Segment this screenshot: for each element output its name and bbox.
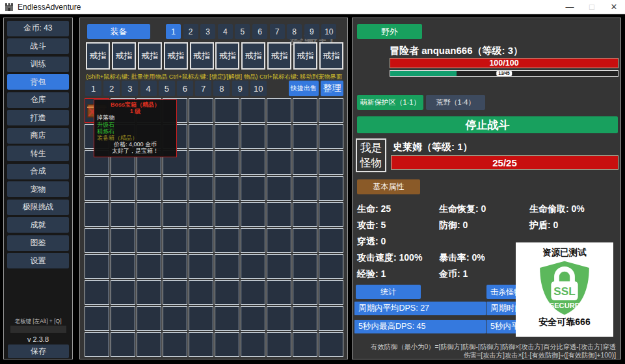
- equipment-tab[interactable]: 1: [166, 24, 181, 39]
- inventory-cell[interactable]: [163, 280, 187, 305]
- equipment-tab[interactable]: 8: [287, 24, 302, 39]
- inventory-cell[interactable]: [293, 228, 317, 253]
- inventory-cell[interactable]: [85, 254, 109, 279]
- inventory-cell[interactable]: [111, 306, 135, 331]
- bag-tab[interactable]: 3: [122, 81, 138, 96]
- inventory-cell[interactable]: [85, 202, 109, 227]
- inventory-cell[interactable]: [215, 124, 239, 149]
- inventory-cell[interactable]: [241, 306, 265, 331]
- inventory-cell[interactable]: [293, 254, 317, 279]
- area-button-safe[interactable]: 萌新保护区（1-1）: [357, 95, 423, 110]
- inventory-cell[interactable]: [85, 306, 109, 331]
- sidebar-item[interactable]: 战斗: [7, 38, 69, 54]
- inventory-cell[interactable]: [189, 254, 213, 279]
- inventory-cell[interactable]: [137, 254, 161, 279]
- inventory-cell[interactable]: [189, 306, 213, 331]
- inventory-cell[interactable]: [293, 176, 317, 201]
- inventory-cell[interactable]: [319, 228, 343, 253]
- inventory-cell[interactable]: [215, 280, 239, 305]
- inventory-cell[interactable]: [189, 98, 213, 123]
- inventory-cell[interactable]: [319, 176, 343, 201]
- ring-slot[interactable]: 戒指: [138, 42, 162, 70]
- inventory-cell[interactable]: [189, 202, 213, 227]
- inventory-cell[interactable]: [163, 176, 187, 201]
- area-button-wild[interactable]: 荒野（1-4）: [426, 95, 485, 110]
- ring-slot[interactable]: 戒指: [293, 42, 317, 70]
- inventory-cell[interactable]: [189, 228, 213, 253]
- inventory-cell[interactable]: [293, 280, 317, 305]
- sidebar-item[interactable]: 极限挑战: [7, 200, 69, 215]
- inventory-cell[interactable]: [319, 202, 343, 227]
- inventory-cell[interactable]: [293, 306, 317, 331]
- inventory-cell[interactable]: [85, 280, 109, 305]
- bag-tab[interactable]: 9: [232, 81, 248, 96]
- sidebar-item[interactable]: 转生: [7, 146, 69, 161]
- inventory-cell[interactable]: [111, 332, 135, 357]
- bag-tab[interactable]: 7: [195, 81, 211, 96]
- sidebar-item[interactable]: 打造: [7, 110, 69, 125]
- bag-tab[interactable]: 2: [103, 81, 120, 96]
- ring-slot[interactable]: 戒指: [241, 42, 265, 70]
- quick-sell-button[interactable]: 快捷出售: [289, 81, 319, 96]
- inventory-cell[interactable]: [215, 176, 239, 201]
- inventory-cell[interactable]: [267, 254, 291, 279]
- inventory-cell[interactable]: [111, 202, 135, 227]
- inventory-cell[interactable]: [241, 254, 265, 279]
- ring-slot[interactable]: 戒指: [164, 42, 188, 70]
- inventory-cell[interactable]: [267, 150, 291, 175]
- inventory-cell[interactable]: [215, 202, 239, 227]
- ring-slot[interactable]: 戒指: [190, 42, 214, 70]
- stop-battle-button[interactable]: 停止战斗: [357, 116, 618, 133]
- inventory-cell[interactable]: [267, 228, 291, 253]
- close-icon[interactable]: ✕: [603, 0, 625, 14]
- inventory-cell[interactable]: [163, 332, 187, 357]
- equipment-tab[interactable]: 7: [270, 24, 285, 39]
- inventory-cell[interactable]: [163, 202, 187, 227]
- inventory-cell[interactable]: [319, 98, 343, 123]
- inventory-cell[interactable]: [163, 306, 187, 331]
- inventory-cell[interactable]: [241, 280, 265, 305]
- inventory-cell[interactable]: [293, 98, 317, 123]
- inventory-cell[interactable]: [267, 280, 291, 305]
- ring-slot[interactable]: 戒指: [215, 42, 239, 70]
- zone-button[interactable]: 野外: [357, 24, 422, 39]
- inventory-cell[interactable]: [163, 228, 187, 253]
- ring-slot[interactable]: 戒指: [86, 42, 110, 70]
- equipment-tab[interactable]: 4: [218, 24, 233, 39]
- inventory-cell[interactable]: [267, 98, 291, 123]
- equipment-tab[interactable]: 9: [304, 24, 319, 39]
- inventory-cell[interactable]: [137, 176, 161, 201]
- inventory-cell[interactable]: [215, 306, 239, 331]
- inventory-cell[interactable]: [137, 202, 161, 227]
- inventory-cell[interactable]: [85, 332, 109, 357]
- inventory-cell[interactable]: [241, 332, 265, 357]
- inventory-cell[interactable]: [293, 124, 317, 149]
- inventory-cell[interactable]: [241, 98, 265, 123]
- equipment-tab[interactable]: 6: [252, 24, 267, 39]
- save-button[interactable]: 保存: [8, 344, 69, 358]
- statistics-button[interactable]: 统计: [356, 285, 421, 299]
- bag-tab[interactable]: 10: [250, 81, 267, 96]
- bag-tab[interactable]: 1: [85, 81, 101, 96]
- inventory-cell[interactable]: [189, 124, 213, 149]
- sidebar-item[interactable]: 图鉴: [7, 235, 69, 251]
- inventory-cell[interactable]: [189, 280, 213, 305]
- bag-tab[interactable]: 8: [213, 81, 230, 96]
- inventory-cell[interactable]: [267, 176, 291, 201]
- inventory-cell[interactable]: [189, 150, 213, 175]
- equipment-tab[interactable]: 2: [183, 24, 198, 39]
- inventory-cell[interactable]: [241, 124, 265, 149]
- ring-slot[interactable]: 戒指: [112, 42, 136, 70]
- basic-stats-tab[interactable]: 基本属性: [357, 179, 420, 194]
- inventory-cell[interactable]: [267, 124, 291, 149]
- inventory-cell[interactable]: [319, 306, 343, 331]
- inventory-cell[interactable]: [319, 150, 343, 175]
- ring-slot[interactable]: 戒指: [319, 42, 343, 70]
- sidebar-item[interactable]: 商店: [7, 128, 69, 144]
- equipment-button[interactable]: 装备: [87, 24, 150, 39]
- inventory-cell[interactable]: [215, 150, 239, 175]
- inventory-cell[interactable]: [189, 176, 213, 201]
- sidebar-item[interactable]: 合成: [7, 164, 69, 179]
- sidebar-item[interactable]: 背包: [7, 74, 69, 90]
- inventory-cell[interactable]: [241, 202, 265, 227]
